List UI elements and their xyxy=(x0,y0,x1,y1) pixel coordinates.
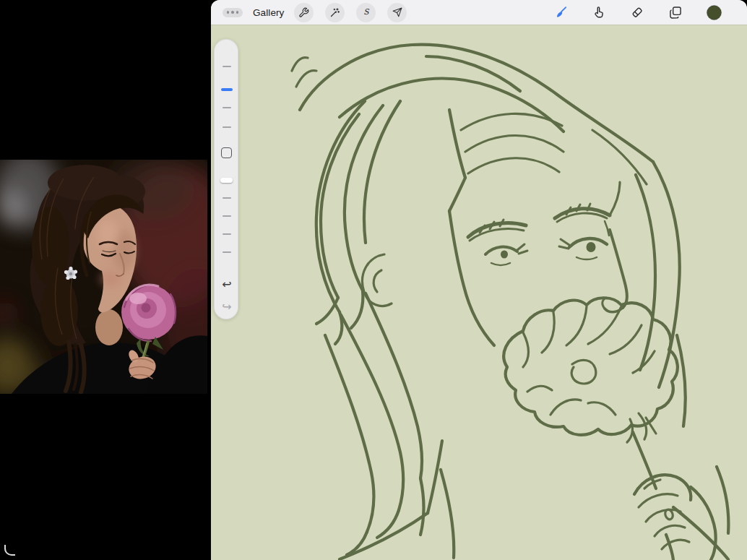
slider-tick xyxy=(223,126,231,128)
slider-tick xyxy=(223,215,231,217)
pill-dot xyxy=(227,11,230,14)
toolbar-right-group xyxy=(553,4,722,20)
opacity-slider-handle[interactable] xyxy=(220,178,233,183)
paint-tool-button[interactable] xyxy=(553,4,569,20)
redo-button[interactable]: ↪ xyxy=(215,301,239,313)
ipad-screen: Gallery xyxy=(0,0,747,560)
drawing-canvas[interactable] xyxy=(211,25,747,560)
actions-button[interactable] xyxy=(294,3,314,22)
toolbar-left-group: Gallery xyxy=(211,3,418,22)
procreate-window: Gallery xyxy=(211,0,747,560)
smudge-finger-icon xyxy=(592,5,606,20)
color-swatch-circle xyxy=(706,4,722,21)
smudge-tool-button[interactable] xyxy=(591,4,607,20)
canvas-background xyxy=(211,25,747,560)
slider-tick xyxy=(223,197,231,199)
sketch-artwork xyxy=(211,25,747,560)
procreate-toolbar: Gallery xyxy=(211,0,747,25)
photo-neck xyxy=(95,309,123,345)
paintbrush-icon xyxy=(553,5,569,20)
selection-button[interactable]: S xyxy=(356,3,376,22)
undo-button[interactable]: ↩ xyxy=(215,279,239,290)
eraser-icon xyxy=(630,5,644,20)
slider-tick xyxy=(223,107,231,108)
slider-tick xyxy=(223,251,231,253)
adjustments-button[interactable] xyxy=(325,3,345,22)
undo-icon: ↩ xyxy=(222,278,231,290)
magic-wand-icon xyxy=(329,7,340,18)
pill-dot xyxy=(236,11,239,14)
wrench-icon xyxy=(298,7,309,18)
pill-dot xyxy=(231,11,234,14)
modify-button[interactable] xyxy=(221,147,232,158)
layers-icon xyxy=(668,5,683,20)
transform-arrow-icon xyxy=(392,7,402,17)
transform-button[interactable] xyxy=(387,3,407,22)
reference-photo-panel[interactable] xyxy=(0,0,211,560)
svg-text:S: S xyxy=(363,7,369,17)
color-swatch-button[interactable] xyxy=(706,4,722,20)
gallery-button[interactable]: Gallery xyxy=(253,7,284,18)
brush-sidebar: ↩ ↪ xyxy=(214,39,238,319)
video-corner-highlight xyxy=(4,545,15,556)
redo-icon: ↪ xyxy=(222,301,231,313)
brush-size-indicator xyxy=(221,88,233,91)
layers-button[interactable] xyxy=(668,4,683,20)
slider-tick xyxy=(223,233,231,235)
window-controls-pill[interactable] xyxy=(223,8,243,17)
selection-s-icon: S xyxy=(360,7,372,18)
erase-tool-button[interactable] xyxy=(629,4,645,20)
slider-tick xyxy=(223,66,231,67)
reference-photo xyxy=(0,160,207,394)
